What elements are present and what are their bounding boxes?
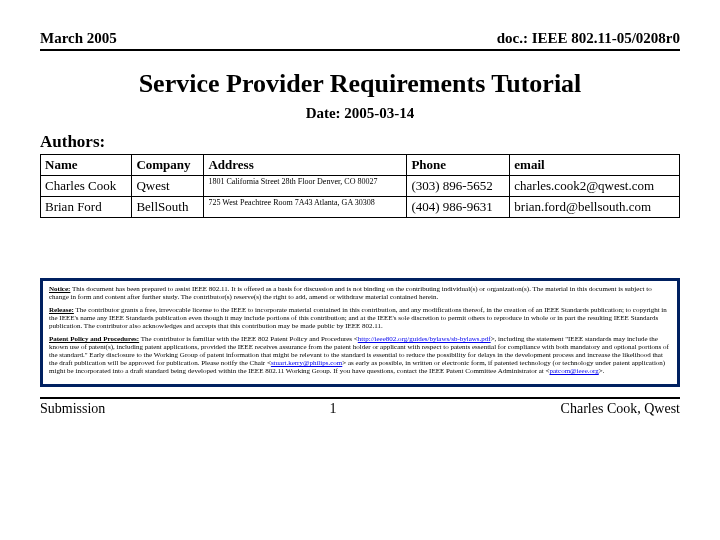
cell-name: Charles Cook bbox=[41, 176, 132, 197]
cell-company: Qwest bbox=[132, 176, 204, 197]
col-address: Address bbox=[204, 155, 407, 176]
footer-row: Submission 1 Charles Cook, Qwest bbox=[40, 397, 680, 417]
table-row: Charles Cook Qwest 1801 California Stree… bbox=[41, 176, 680, 197]
notice-box: Notice: This document has been prepared … bbox=[40, 278, 680, 387]
patent-text: >. bbox=[599, 367, 605, 375]
release-lead: Release: bbox=[49, 306, 74, 314]
notice-paragraph: Notice: This document has been prepared … bbox=[49, 285, 671, 301]
release-text: The contributor grants a free, irrevocab… bbox=[49, 306, 667, 330]
col-company: Company bbox=[132, 155, 204, 176]
patcom-email-link[interactable]: patcom@ieee.org bbox=[549, 367, 598, 375]
header-left: March 2005 bbox=[40, 30, 117, 47]
cell-email: charles.cook2@qwest.com bbox=[510, 176, 680, 197]
footer-right: Charles Cook, Qwest bbox=[561, 401, 680, 417]
col-name: Name bbox=[41, 155, 132, 176]
cell-address: 1801 California Street 28th Floor Denver… bbox=[204, 176, 407, 197]
cell-phone: (404) 986-9631 bbox=[407, 197, 510, 218]
header-row: March 2005 doc.: IEEE 802.11-05/0208r0 bbox=[40, 30, 680, 51]
notice-lead: Notice: bbox=[49, 285, 70, 293]
authors-table: Name Company Address Phone email Charles… bbox=[40, 154, 680, 218]
cell-phone: (303) 896-5652 bbox=[407, 176, 510, 197]
cell-address: 725 West Peachtree Room 7A43 Atlanta, GA… bbox=[204, 197, 407, 218]
bylaws-link[interactable]: http://ieee802.org/guides/bylaws/sb-byla… bbox=[358, 335, 491, 343]
table-row: Brian Ford BellSouth 725 West Peachtree … bbox=[41, 197, 680, 218]
authors-label: Authors: bbox=[40, 132, 680, 152]
cell-email: brian.ford@bellsouth.com bbox=[510, 197, 680, 218]
col-phone: Phone bbox=[407, 155, 510, 176]
chair-email-link[interactable]: stuart.kerry@philips.com bbox=[271, 359, 342, 367]
release-paragraph: Release: The contributor grants a free, … bbox=[49, 306, 671, 330]
cell-company: BellSouth bbox=[132, 197, 204, 218]
footer-left: Submission bbox=[40, 401, 105, 417]
header-right: doc.: IEEE 802.11-05/0208r0 bbox=[497, 30, 680, 47]
patent-lead: Patent Policy and Procedures: bbox=[49, 335, 139, 343]
cell-name: Brian Ford bbox=[41, 197, 132, 218]
notice-text: This document has been prepared to assis… bbox=[49, 285, 652, 301]
col-email: email bbox=[510, 155, 680, 176]
footer-center: 1 bbox=[329, 401, 336, 417]
patent-paragraph: Patent Policy and Procedures: The contri… bbox=[49, 335, 671, 375]
page-title: Service Provider Requirements Tutorial bbox=[40, 69, 680, 99]
patent-text: The contributor is familiar with the IEE… bbox=[139, 335, 358, 343]
date-line: Date: 2005-03-14 bbox=[40, 105, 680, 122]
table-header-row: Name Company Address Phone email bbox=[41, 155, 680, 176]
